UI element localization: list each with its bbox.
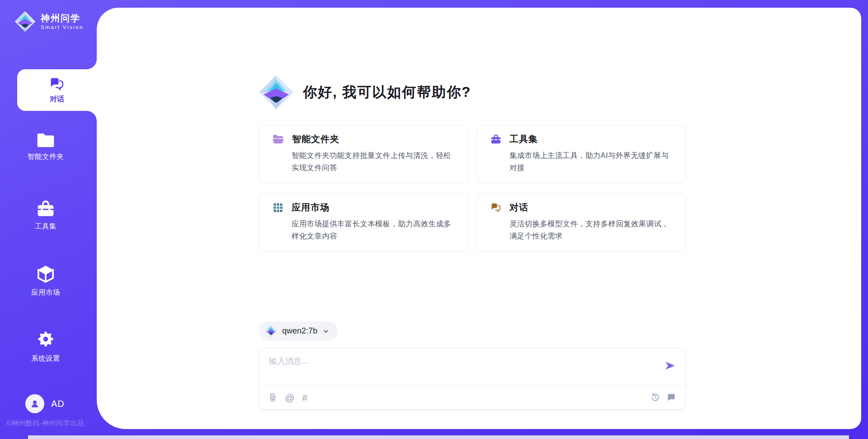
horizontal-scrollbar[interactable] (28, 435, 849, 439)
sidebar-item-settings[interactable]: 系统设置 (0, 330, 91, 363)
card-toolset[interactable]: 工具集 集成市场上主流工具，助力AI与外界无缝扩展与对接 (476, 125, 686, 183)
conversations-button[interactable] (667, 393, 676, 402)
feature-cards: 智能文件夹 智能文件夹功能支持批量文件上传与清洗，轻松实现文件问答 (259, 125, 686, 252)
greeting-text: 你好, 我可以如何帮助你? (303, 83, 471, 102)
card-title: 智能文件夹 (292, 133, 340, 145)
avatar (25, 394, 44, 413)
main-panel: 你好, 我可以如何帮助你? 智能文件夹 智能文件夹功能支持批量文件上传与清洗，轻… (97, 8, 861, 429)
user-account[interactable]: AD (25, 394, 65, 413)
folder-open-icon (273, 134, 284, 144)
model-gem-icon (265, 325, 277, 337)
history-button[interactable] (651, 393, 660, 402)
card-description: 集成市场上主流工具，助力AI与外界无缝扩展与对接 (509, 149, 675, 174)
topic-button[interactable]: # (302, 393, 307, 402)
card-title: 对话 (509, 201, 528, 214)
sidebar: 神州问学 Smart Vision 对话 智能文件夹 (0, 0, 97, 439)
message-input[interactable] (269, 356, 658, 383)
chevron-down-icon (322, 328, 330, 335)
send-button[interactable] (664, 359, 676, 372)
card-description: 灵活切换多模型文件，支持多样回复效果调试，满足个性化需求 (509, 218, 675, 242)
tab-fillet-bottom (87, 111, 97, 121)
card-title: 工具集 (509, 133, 538, 145)
sidebar-item-label: 智能文件夹 (28, 152, 64, 162)
toolbox-icon (491, 134, 501, 144)
comment-icon (667, 393, 676, 402)
sidebar-item-app-market[interactable]: 应用市场 (0, 264, 91, 297)
mention-button[interactable]: @ (285, 393, 294, 402)
model-name: qwen2:7b (282, 326, 317, 336)
toolbox-icon (36, 200, 55, 218)
model-selector[interactable]: qwen2:7b (259, 321, 338, 341)
sidebar-item-label: 工具集 (35, 222, 57, 231)
brand-name: 神州问学 (41, 13, 84, 24)
history-clock-icon (651, 393, 660, 402)
chat-bubbles-icon (491, 202, 501, 213)
card-title: 应用市场 (292, 201, 330, 214)
card-smart-folder[interactable]: 智能文件夹 智能文件夹功能支持批量文件上传与清洗，轻松实现文件问答 (259, 125, 468, 183)
sidebar-item-label: 对话 (50, 95, 64, 104)
hash-icon: # (302, 393, 307, 402)
person-icon (29, 398, 40, 409)
send-icon (664, 359, 676, 372)
card-description: 智能文件夹功能支持批量文件上传与清洗，轻松实现文件问答 (292, 149, 457, 174)
assistant-gem-icon (259, 75, 294, 110)
chat-bubbles-icon (49, 76, 65, 92)
card-description: 应用市场提供丰富长文本模板，助力高效生成多样化文章内容 (292, 218, 457, 242)
user-name: AD (51, 399, 65, 409)
sidebar-item-label: 应用市场 (31, 288, 60, 297)
sidebar-item-toolset[interactable]: 工具集 (0, 200, 91, 231)
sidebar-item-chat[interactable]: 对话 (17, 69, 97, 111)
app-logo: 神州问学 Smart Vision (14, 11, 84, 32)
tab-fillet-top (87, 59, 97, 69)
grid-icon (273, 202, 283, 213)
attachment-button[interactable] (269, 393, 277, 402)
folder-icon (37, 133, 55, 148)
brand-subtitle: Smart Vision (41, 24, 84, 30)
copyright-text: ©神州数码·神州问学出品 (6, 419, 84, 428)
message-composer: @ # (259, 348, 686, 410)
at-icon: @ (285, 393, 294, 402)
sidebar-item-smart-folder[interactable]: 智能文件夹 (0, 133, 91, 162)
card-app-market[interactable]: 应用市场 应用市场提供丰富长文本模板，助力高效生成多样化文章内容 (259, 193, 468, 252)
greeting-block: 你好, 我可以如何帮助你? (259, 75, 686, 110)
gear-icon (36, 330, 56, 350)
cube-icon (36, 264, 56, 284)
card-chat[interactable]: 对话 灵活切换多模型文件，支持多样回复效果调试，满足个性化需求 (476, 193, 686, 252)
brand-gem-icon (14, 11, 36, 32)
sidebar-item-label: 系统设置 (31, 354, 60, 363)
paperclip-icon (269, 393, 277, 402)
